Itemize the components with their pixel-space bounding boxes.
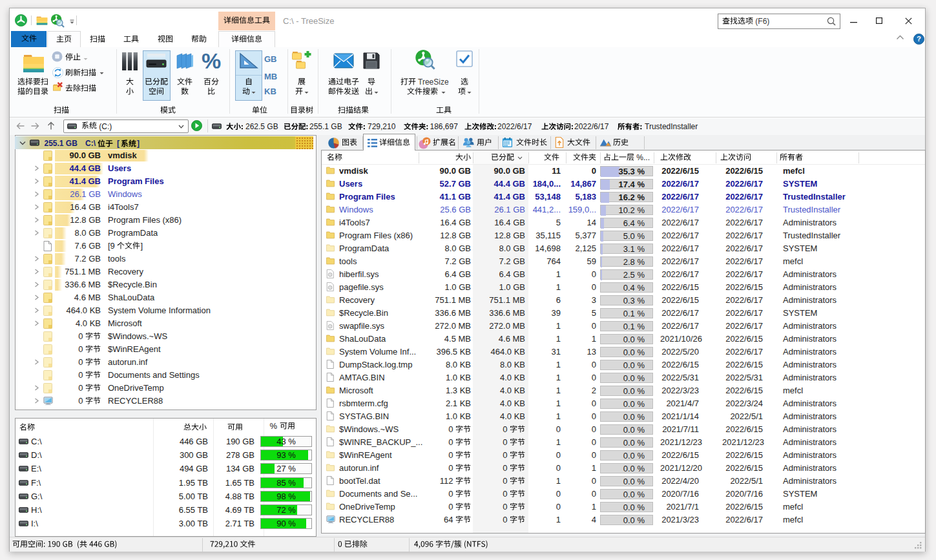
svg-text:%: % (202, 52, 221, 71)
svg-text:?: ? (917, 35, 921, 43)
